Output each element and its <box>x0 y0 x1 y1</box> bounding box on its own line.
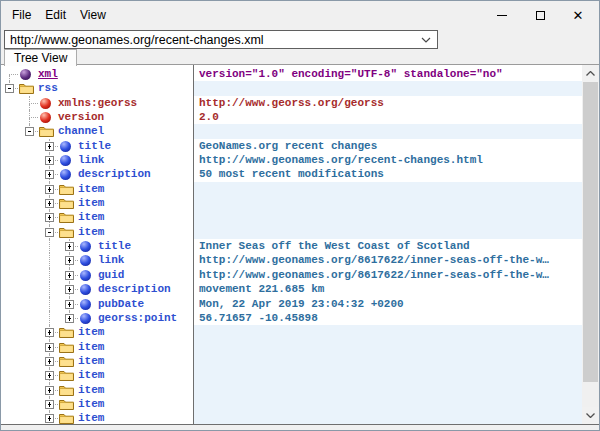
tree-node-label: title <box>78 139 111 153</box>
tree-node-pubDate[interactable]: pubDate <box>1 297 193 311</box>
tree-node-label: description <box>98 282 171 296</box>
tree-node-rss[interactable]: rss <box>1 81 193 95</box>
menu-edit[interactable]: Edit <box>38 5 73 25</box>
tree-connector-line <box>49 311 50 325</box>
tree-node-label: item <box>78 354 104 368</box>
expand-plus-icon[interactable] <box>45 213 54 222</box>
tree-node-label: item <box>78 210 104 224</box>
tree-node-item[interactable]: item <box>1 411 193 424</box>
tree-node-item[interactable]: item <box>1 397 193 411</box>
tree-node-label: pubDate <box>98 297 144 311</box>
tree-node-label: item <box>78 225 104 239</box>
expand-plus-icon[interactable] <box>65 242 74 251</box>
value-row: 2.0 <box>194 110 582 124</box>
tree-node-link[interactable]: link <box>1 153 193 167</box>
tree-node-item[interactable]: item <box>1 383 193 397</box>
folder-icon <box>39 125 54 141</box>
folder-icon <box>59 226 74 238</box>
expand-plus-icon[interactable] <box>45 156 54 165</box>
folder-icon <box>59 384 74 396</box>
value-panel: version="1.0" encoding="UTF-8" standalon… <box>194 65 582 424</box>
expand-plus-icon[interactable] <box>45 400 54 409</box>
menu-bar: File Edit View <box>5 1 113 29</box>
tree-node-item[interactable]: item <box>1 354 193 368</box>
collapse-minus-icon[interactable] <box>5 84 14 93</box>
folder-icon <box>59 341 74 353</box>
tree-node-title[interactable]: title <box>1 139 193 153</box>
expand-plus-icon[interactable] <box>45 199 54 208</box>
scroll-up-button[interactable] <box>582 65 599 82</box>
url-combobox[interactable] <box>4 30 438 49</box>
expand-plus-icon[interactable] <box>45 386 54 395</box>
tree-node-description[interactable]: description <box>1 282 193 296</box>
tree-node-label: version <box>58 110 104 124</box>
tree-node-item[interactable]: item <box>1 196 193 210</box>
value-row-empty <box>194 368 582 382</box>
tree-connector-line <box>49 253 50 267</box>
tab-tree-view[interactable]: Tree View <box>4 49 77 66</box>
scroll-down-button[interactable] <box>582 407 599 424</box>
value-row: http://www.geonames.org/8617622/inner-se… <box>194 253 582 267</box>
expand-plus-icon[interactable] <box>65 271 74 280</box>
minimize-button[interactable] <box>483 1 521 29</box>
tree-node-description[interactable]: description <box>1 167 193 181</box>
minimize-icon <box>497 15 507 16</box>
folder-icon <box>59 326 74 338</box>
tree-node-label: item <box>78 368 104 382</box>
maximize-icon <box>536 11 545 20</box>
tree-node-georss-point[interactable]: georss:point <box>1 311 193 325</box>
tree-node-xml[interactable]: xml <box>1 67 193 81</box>
menu-view[interactable]: View <box>73 5 113 25</box>
vertical-scrollbar[interactable] <box>582 65 599 424</box>
tree-node-item[interactable]: item <box>1 340 193 354</box>
scrollbar-thumb[interactable] <box>583 82 598 382</box>
expand-plus-icon[interactable] <box>45 371 54 380</box>
expand-plus-icon[interactable] <box>45 343 54 352</box>
tree-node-label: item <box>78 340 104 354</box>
expand-plus-icon[interactable] <box>45 185 54 194</box>
expand-plus-icon[interactable] <box>65 300 74 309</box>
tree-node-version[interactable]: version <box>1 110 193 124</box>
tree-node-label: xmlns:georss <box>58 96 137 110</box>
title-menu-bar: File Edit View ✕ <box>1 1 599 29</box>
value-text: http://www.geonames.org/8617622/inner-se… <box>199 254 549 266</box>
tree-node-title[interactable]: title <box>1 239 193 253</box>
expand-plus-icon[interactable] <box>65 256 74 265</box>
tree-node-item[interactable]: item <box>1 368 193 382</box>
folder-icon <box>59 412 74 424</box>
expand-plus-icon[interactable] <box>45 414 54 423</box>
expand-plus-icon[interactable] <box>45 170 54 179</box>
tree-node-label: title <box>98 239 131 253</box>
tree-node-item[interactable]: item <box>1 182 193 196</box>
maximize-button[interactable] <box>521 1 559 29</box>
tab-bar: Tree View <box>4 48 77 64</box>
collapse-minus-icon[interactable] <box>25 127 34 136</box>
tree-node-item[interactable]: item <box>1 210 193 224</box>
value-row: version="1.0" encoding="UTF-8" standalon… <box>194 67 582 81</box>
tree-connector-line <box>9 74 18 75</box>
expand-plus-icon[interactable] <box>45 328 54 337</box>
value-text: GeoNames.org recent changes <box>199 140 377 152</box>
tree-node-guid[interactable]: guid <box>1 268 193 282</box>
tree-node-label: description <box>78 167 151 181</box>
expand-plus-icon[interactable] <box>65 314 74 323</box>
window-controls: ✕ <box>483 1 597 29</box>
folder-icon <box>19 82 34 98</box>
combobox-dropdown-button[interactable] <box>415 31 437 48</box>
tree-node-item[interactable]: item <box>1 325 193 339</box>
expand-plus-icon[interactable] <box>45 357 54 366</box>
tree-node-label: channel <box>58 124 104 138</box>
tree-node-channel[interactable]: channel <box>1 124 193 138</box>
element-icon <box>80 255 91 266</box>
collapse-minus-icon[interactable] <box>45 228 54 237</box>
tree-node-label: rss <box>38 81 58 95</box>
tree-node-link[interactable]: link <box>1 253 193 267</box>
expand-plus-icon[interactable] <box>45 142 54 151</box>
value-text: http://www.geonames.org/8617622/inner-se… <box>199 269 549 281</box>
menu-file[interactable]: File <box>5 5 38 25</box>
url-input[interactable] <box>5 32 415 47</box>
close-button[interactable]: ✕ <box>559 1 597 29</box>
tree-node-item[interactable]: item <box>1 225 193 239</box>
expand-plus-icon[interactable] <box>65 285 74 294</box>
folder-icon <box>59 183 74 195</box>
